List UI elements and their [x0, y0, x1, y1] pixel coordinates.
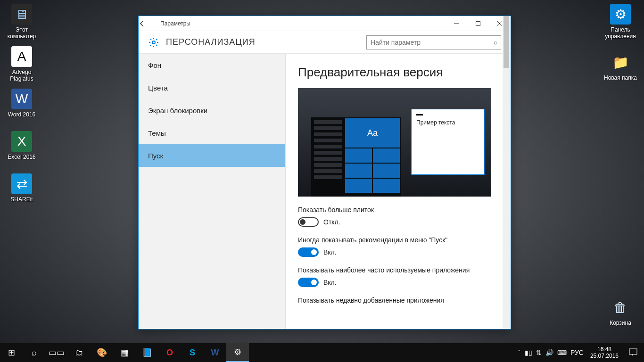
settings-window: Параметры ПЕРСОНАЛИЗАЦИЯ ⌕ ФонЦветаЭкран… [138, 16, 511, 329]
desktop-icon-recycle-bin[interactable]: 🗑Корзина [603, 297, 638, 326]
keyboard-icon[interactable]: ⌨ [557, 349, 567, 356]
toggle-2[interactable] [298, 278, 319, 287]
desktop-icon-new-folder[interactable]: 📁Новая папка [603, 52, 638, 81]
titlebar: Параметры [139, 16, 511, 31]
system-tray: ˄ ▮▯ ⇅ 🔊 ⌨ РУС [515, 349, 586, 356]
window-title: Параметры [160, 20, 446, 27]
taskbar-notes[interactable]: 📘 [136, 343, 158, 362]
start-preview: Aa Пример текста [298, 88, 491, 197]
maximize-button[interactable] [467, 16, 489, 31]
minimize-button[interactable] [446, 16, 467, 31]
taskbar-start[interactable]: ⊞ [0, 343, 23, 362]
desktop-icon-shareit[interactable]: ⇄SHAREit [4, 173, 40, 203]
sidebar-item-3[interactable]: Темы [139, 122, 285, 144]
taskbar-settings-task[interactable]: ⚙ [226, 343, 249, 362]
content-heading: Предварительная версия [298, 65, 496, 80]
volume-icon[interactable]: 🔊 [545, 349, 553, 356]
sidebar-item-0[interactable]: Фон [139, 54, 285, 76]
setting-0: Показать больше плитокОткл. [298, 206, 496, 227]
desktop-icon-word[interactable]: WWord 2016 [4, 89, 40, 118]
taskbar-word-task[interactable]: W [204, 343, 226, 362]
search-icon: ⌕ [494, 38, 497, 46]
svg-point-2 [152, 41, 155, 44]
taskbar-opera[interactable]: O [158, 343, 181, 362]
settings-sidebar: ФонЦветаЭкран блокировкиТемыПуск [139, 54, 286, 329]
wifi-icon[interactable]: ⇅ [536, 349, 542, 356]
language-indicator[interactable]: РУС [570, 349, 584, 356]
preview-tile-text: Aa [345, 118, 400, 148]
setting-3: Показывать недавно добавленные приложени… [298, 296, 496, 304]
back-button[interactable] [139, 20, 160, 27]
tray-chevron-icon[interactable]: ˄ [518, 349, 521, 356]
settings-header: ПЕРСОНАЛИЗАЦИЯ ⌕ [139, 31, 511, 54]
setting-1: Иногда показывать рекомендации в меню "П… [298, 236, 496, 257]
desktop-icon-advego[interactable]: AAdvego Plagiatus [4, 46, 40, 82]
desktop-icon-excel[interactable]: XExcel 2016 [4, 131, 40, 160]
taskbar: ⊞⌕▭▭🗂🎨▦📘OSW⚙ ˄ ▮▯ ⇅ 🔊 ⌨ РУС 16:48 25.07.… [0, 343, 644, 362]
desktop-icon-this-pc[interactable]: 🖥Этот компьютер [4, 4, 40, 40]
sidebar-item-1[interactable]: Цвета [139, 76, 285, 99]
svg-rect-1 [476, 21, 480, 25]
sidebar-item-2[interactable]: Экран блокировки [139, 99, 285, 122]
sidebar-item-4[interactable]: Пуск [139, 144, 285, 167]
action-center-button[interactable] [622, 343, 644, 362]
taskbar-clock[interactable]: 16:48 25.07.2016 [586, 346, 622, 359]
battery-icon[interactable]: ▮▯ [525, 349, 532, 356]
category-title: ПЕРСОНАЛИЗАЦИЯ [166, 37, 366, 47]
gear-icon [148, 37, 159, 48]
taskbar-calculator[interactable]: ▦ [113, 343, 136, 362]
taskbar-paint[interactable]: 🎨 [91, 343, 113, 362]
taskbar-search[interactable]: ⌕ [23, 343, 45, 362]
setting-2: Показывать наиболее часто используемые п… [298, 266, 496, 287]
desktop-icon-control-panel[interactable]: ⚙Панель управления [603, 4, 638, 40]
taskbar-task-view[interactable]: ▭▭ [45, 343, 68, 362]
content-scrollbar[interactable] [503, 16, 510, 329]
toggle-0[interactable] [298, 217, 319, 227]
taskbar-file-explorer[interactable]: 🗂 [68, 343, 91, 362]
taskbar-skype[interactable]: S [181, 343, 204, 362]
search-input[interactable] [366, 35, 501, 49]
svg-rect-3 [629, 349, 637, 354]
settings-content: Предварительная версия Aa Пример текста … [286, 54, 511, 329]
toggle-1[interactable] [298, 247, 319, 257]
preview-sample-window: Пример текста [411, 109, 485, 175]
